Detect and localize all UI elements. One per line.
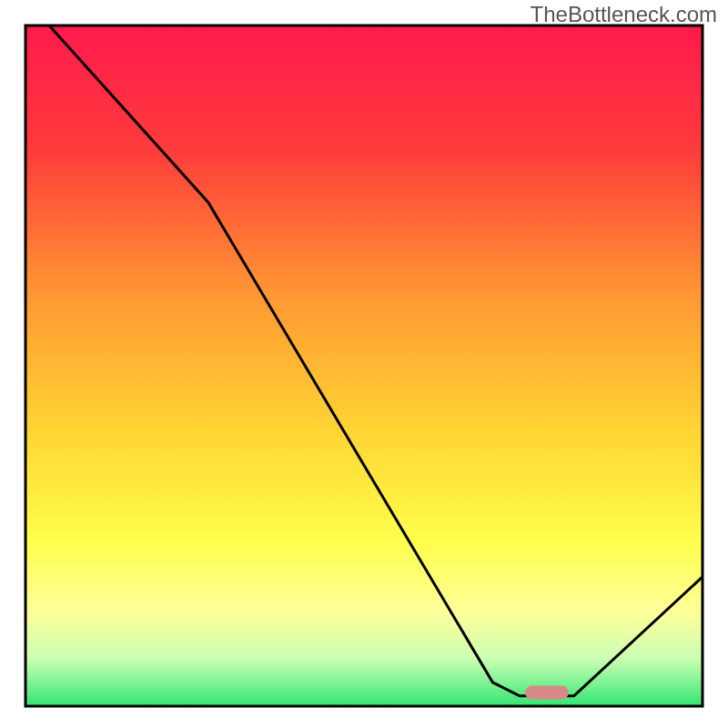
optimal-marker [525, 686, 569, 700]
chart-container: TheBottleneck.com [0, 0, 728, 728]
chart-svg [0, 0, 728, 728]
gradient-background [25, 25, 703, 706]
watermark-text: TheBottleneck.com [531, 2, 717, 27]
